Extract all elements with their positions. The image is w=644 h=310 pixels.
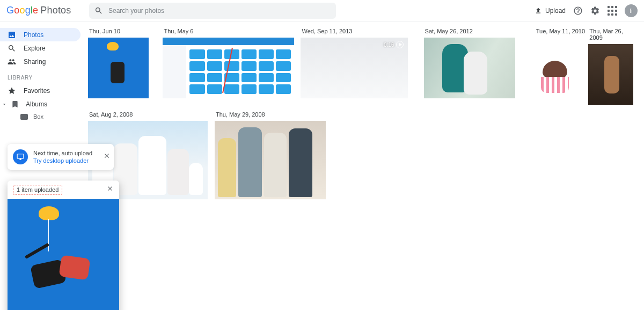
photo-grid: Thu, Jun 10 Thu, May 6 Wed, Sep 11, 2013… (86, 21, 644, 310)
library-header: LIBRARY (0, 68, 86, 84)
account-avatar[interactable]: Ii (625, 4, 638, 17)
date-header: Thu, Mar 26, 2009 (589, 28, 636, 41)
uploaded-photo-preview[interactable] (8, 199, 119, 310)
apps-icon (608, 6, 617, 16)
date-header: Thu, May 6 (164, 28, 301, 34)
upload-button[interactable]: Upload (535, 7, 566, 15)
try-uploader-link[interactable]: Try desktop uploader (33, 157, 92, 164)
bookmark-icon (11, 100, 19, 109)
auto-upload-prompt: Next time, auto upload Try desktop uploa… (8, 144, 114, 170)
help-icon (573, 6, 583, 16)
upload-result-title: 1 item uploaded (13, 185, 62, 194)
date-header: Thu, May 29, 2008 (216, 111, 343, 118)
help-button[interactable] (573, 6, 583, 16)
sidebar-item-explore[interactable]: Explore (0, 41, 80, 55)
album-label: Box (33, 113, 43, 120)
photo-thumbnail[interactable] (424, 38, 515, 98)
date-header: Wed, Sep 11, 2013 (302, 28, 423, 34)
photo-thumbnail[interactable] (215, 121, 326, 199)
chevron-down-icon (1, 101, 8, 107)
date-header: Sat, May 26, 2012 (425, 28, 535, 34)
date-header: Sat, Aug 2, 2008 (89, 111, 215, 118)
app-logo[interactable]: Google Photos (6, 5, 87, 16)
upload-icon (535, 7, 542, 15)
sidebar-item-photos[interactable]: Photos (0, 28, 80, 41)
close-upload-card-button[interactable] (106, 185, 114, 194)
search-icon (94, 6, 103, 15)
close-prompt-button[interactable] (103, 152, 111, 162)
sidebar-item-label: Sharing (24, 58, 46, 66)
close-icon (106, 185, 114, 192)
photo-thumbnail[interactable] (588, 44, 633, 105)
prompt-title: Next time, auto upload (33, 150, 92, 156)
sidebar-item-label: Albums (26, 100, 47, 108)
sidebar-item-albums[interactable]: Albums (0, 97, 86, 111)
video-duration-badge: 0:16 (384, 41, 404, 48)
close-icon (103, 152, 111, 160)
video-thumbnail[interactable]: 0:16 (301, 38, 408, 98)
product-name: Photos (40, 5, 71, 16)
sidebar-item-label: Explore (24, 45, 46, 52)
sidebar-item-sharing[interactable]: Sharing (0, 55, 80, 68)
settings-button[interactable] (590, 6, 600, 16)
upload-result-card: 1 item uploaded Add to album Shared albu… (8, 181, 119, 310)
photo-thumbnail[interactable] (535, 38, 575, 98)
gear-icon (590, 6, 600, 16)
folder-icon (20, 114, 28, 120)
desktop-icon (13, 149, 28, 164)
apps-button[interactable] (608, 6, 617, 16)
search-input[interactable]: Search your photos (89, 3, 336, 19)
photo-thumbnail[interactable] (88, 38, 149, 98)
photos-icon (8, 31, 16, 39)
star-icon (8, 86, 16, 95)
date-header: Tue, May 11, 2010 (536, 28, 589, 34)
sidebar-item-favorites[interactable]: Favorites (0, 84, 80, 97)
people-icon (8, 57, 16, 66)
play-icon (396, 41, 404, 48)
album-box[interactable]: Box (0, 111, 86, 122)
upload-label: Upload (545, 7, 566, 15)
search-placeholder: Search your photos (108, 7, 331, 15)
photo-thumbnail[interactable] (163, 38, 294, 98)
search-icon (8, 44, 16, 53)
date-header: Thu, Jun 10 (89, 28, 163, 34)
sidebar-item-label: Favorites (24, 87, 50, 95)
sidebar-item-label: Photos (24, 31, 43, 39)
app-header: Google Photos Search your photos Upload … (0, 0, 644, 21)
